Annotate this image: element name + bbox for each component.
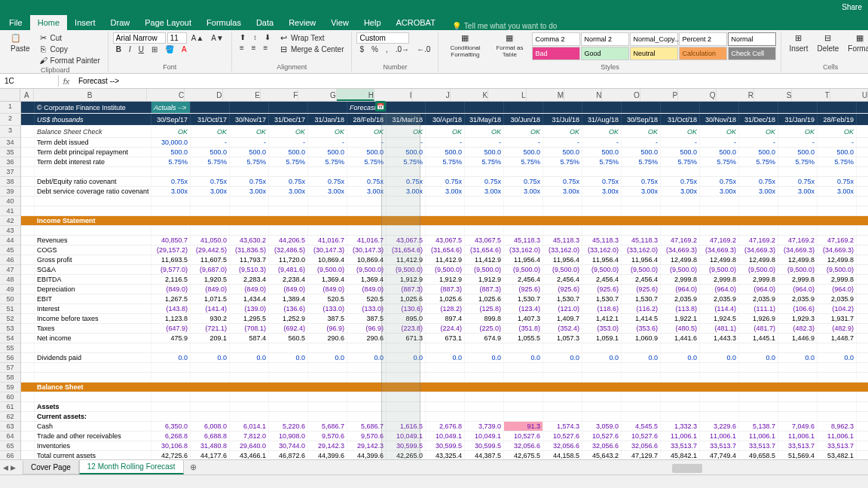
col-header-q[interactable]: Q <box>678 89 716 101</box>
cell[interactable] <box>151 197 191 206</box>
font-size-input[interactable] <box>167 32 187 44</box>
cell[interactable]: OK <box>661 126 700 137</box>
cell[interactable]: OK <box>347 126 387 137</box>
cell[interactable] <box>778 206 818 215</box>
cell[interactable]: 33,513.7 <box>661 441 700 450</box>
cell[interactable]: (9,577.0) <box>151 265 191 274</box>
row-header[interactable]: 63 <box>0 422 21 432</box>
cell[interactable] <box>622 402 661 411</box>
tab-review[interactable]: Review <box>281 15 323 30</box>
cell[interactable]: 1,446.9 <box>778 334 818 343</box>
cell[interactable] <box>778 412 818 421</box>
cell[interactable]: 0.75x <box>230 177 269 186</box>
cell[interactable]: 0.0 <box>739 353 778 362</box>
cell[interactable] <box>308 363 347 372</box>
cell[interactable]: 11,956.4 <box>543 255 582 264</box>
cell[interactable]: 5.75% <box>778 157 818 166</box>
row-header[interactable]: 34 <box>0 138 21 148</box>
cell[interactable] <box>21 114 35 125</box>
row-header[interactable]: 54 <box>0 334 21 343</box>
cell[interactable]: 11,006.1 <box>700 432 739 441</box>
cell[interactable] <box>21 383 35 392</box>
table-row[interactable]: EBIT1,267.51,071.51,434.41,389.4520.5520… <box>21 294 868 304</box>
row-header[interactable]: 60 <box>0 392 21 402</box>
table-row[interactable]: Taxes(647.9)(721.1)(708.1)(692.4)(96.9)(… <box>21 324 868 334</box>
cell[interactable]: (9,687.0) <box>191 265 230 274</box>
cell[interactable] <box>347 216 387 225</box>
fill-color-button[interactable]: 🪣 <box>162 44 177 54</box>
row-header[interactable]: 51 <box>0 304 21 314</box>
cell[interactable]: 1,448.7 <box>818 334 857 343</box>
col-header-a[interactable]: A <box>20 89 33 101</box>
cell[interactable]: (33,162.0) <box>504 246 543 255</box>
increase-font-button[interactable]: A▲ <box>188 33 207 43</box>
cell[interactable] <box>230 383 269 392</box>
cell[interactable]: (964.0) <box>778 285 818 294</box>
cell[interactable]: 11,006.1 <box>739 432 778 441</box>
cell[interactable]: 12,499.8 <box>778 255 818 264</box>
currency-button[interactable]: $ <box>356 44 367 54</box>
cell[interactable]: (849.0) <box>151 285 191 294</box>
cell[interactable] <box>426 373 465 382</box>
cell[interactable]: 44,206.5 <box>269 236 308 245</box>
cell[interactable] <box>543 197 582 206</box>
cell[interactable]: 11,412.9 <box>465 255 504 264</box>
cell[interactable]: 47,169.2 <box>818 236 857 245</box>
row-header[interactable]: 1 <box>0 102 21 114</box>
cell[interactable]: 30,599.5 <box>426 441 465 450</box>
cell[interactable] <box>661 383 700 392</box>
cell[interactable]: (113.8) <box>661 304 700 313</box>
cell[interactable]: (31,654.6) <box>465 246 504 255</box>
cell[interactable]: (9,500.0) <box>426 265 465 274</box>
table-row[interactable]: Dividends paid0.00.00.00.00.00.00.00.00.… <box>21 353 868 363</box>
cell[interactable]: - <box>778 138 818 147</box>
cell[interactable] <box>151 392 191 401</box>
border-button[interactable]: ⊞ <box>148 44 160 54</box>
cell[interactable] <box>151 402 191 411</box>
cell[interactable]: 1,332.3 <box>661 422 700 431</box>
cell[interactable] <box>818 226 857 235</box>
format-painter-button[interactable]: 🖌Format Painter <box>36 55 103 66</box>
cell[interactable]: (9,500.0) <box>387 265 426 274</box>
cell[interactable] <box>347 197 387 206</box>
tab-data[interactable]: Data <box>249 15 281 30</box>
cell[interactable]: 0.0 <box>778 353 818 362</box>
cell[interactable]: 587.4 <box>230 334 269 343</box>
cell[interactable] <box>661 343 700 352</box>
table-row[interactable] <box>21 363 868 373</box>
cell[interactable]: (887.3) <box>465 285 504 294</box>
cell[interactable]: (223.8) <box>387 324 426 333</box>
cell[interactable] <box>818 412 857 421</box>
cell[interactable] <box>857 422 868 431</box>
cell[interactable]: 1,059.1 <box>582 334 622 343</box>
cell[interactable]: (29,442.5) <box>191 246 230 255</box>
cell[interactable] <box>35 373 151 382</box>
cell[interactable] <box>308 102 347 113</box>
formula-input[interactable]: Forecast --> <box>74 75 868 87</box>
cell[interactable]: 1,530.7 <box>622 294 661 303</box>
cell[interactable] <box>308 167 347 176</box>
cell[interactable]: SG&A <box>35 265 151 274</box>
cell[interactable]: (141.4) <box>191 304 230 313</box>
cell[interactable]: 41,016.7 <box>347 236 387 245</box>
row-header[interactable]: 61 <box>0 402 21 412</box>
cell[interactable] <box>700 226 739 235</box>
table-row[interactable]: Net income475.9209.1587.4560.5290.6290.6… <box>21 334 868 343</box>
cell[interactable] <box>582 206 622 215</box>
cell[interactable] <box>857 402 868 411</box>
cell[interactable]: (9,500.0) <box>818 265 857 274</box>
cell[interactable] <box>21 324 35 333</box>
cell[interactable] <box>818 102 857 113</box>
cell[interactable] <box>308 197 347 206</box>
cell[interactable]: (139.0) <box>230 304 269 313</box>
cell[interactable]: 0.75x <box>387 177 426 186</box>
cell[interactable] <box>387 226 426 235</box>
cell[interactable]: 28/Feb/19 <box>818 114 857 125</box>
cell[interactable] <box>739 226 778 235</box>
cell[interactable]: 500.0 <box>308 148 347 157</box>
cell[interactable]: (9,481.6) <box>269 265 308 274</box>
cell[interactable] <box>151 363 191 372</box>
cell[interactable]: 500.0 <box>622 148 661 157</box>
cell[interactable] <box>700 102 739 113</box>
cell[interactable] <box>465 383 504 392</box>
